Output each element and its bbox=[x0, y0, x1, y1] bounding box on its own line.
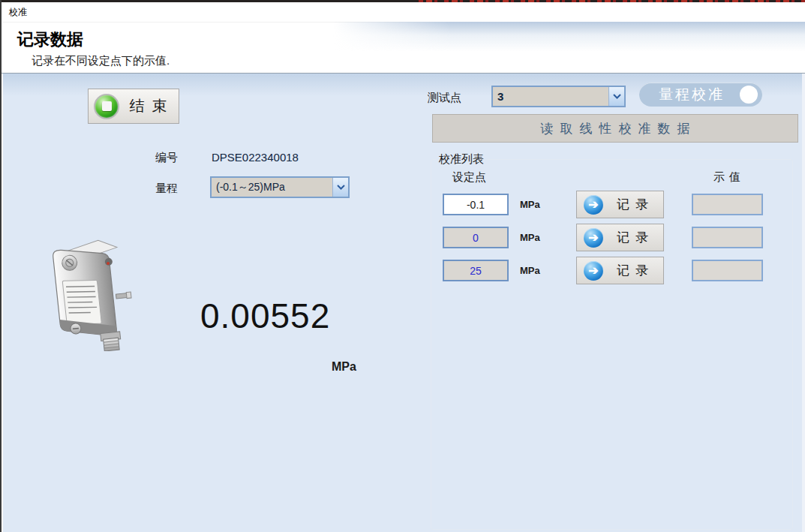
range-select-value: (-0.1～25)MPa bbox=[212, 181, 332, 194]
live-reading-unit: MPa bbox=[332, 360, 356, 374]
range-calibration-toggle[interactable]: 量程校准 bbox=[639, 83, 762, 107]
indication-field[interactable] bbox=[692, 260, 763, 281]
calibration-list-group: 校准列表 设定点 示值 -0.1 MPa ➔ 记录 0 MPa ➔ 记录 bbox=[431, 159, 793, 530]
stop-icon bbox=[94, 94, 119, 119]
range-label: 量程 bbox=[155, 182, 178, 196]
end-button-label: 结束 bbox=[119, 96, 179, 116]
setpoint-unit-label: MPa bbox=[520, 232, 540, 243]
main-panel: 结束 编号 DPSE022340018 量程 (-0.1～25)MPa bbox=[3, 74, 805, 532]
read-linear-calibration-button[interactable]: 读取线性校准数据 bbox=[432, 114, 798, 143]
indication-field[interactable] bbox=[692, 227, 763, 248]
record-button-label: 记录 bbox=[603, 262, 663, 279]
record-button[interactable]: ➔ 记录 bbox=[576, 257, 664, 284]
window-title: 校准 bbox=[9, 6, 27, 19]
end-button[interactable]: 结束 bbox=[88, 89, 179, 124]
record-button-label: 记录 bbox=[603, 229, 663, 246]
setpoint-unit-label: MPa bbox=[520, 199, 540, 210]
live-reading-value: 0.00552 bbox=[200, 296, 330, 336]
setpoint-column-header: 设定点 bbox=[452, 170, 486, 185]
calibration-row: 25 MPa ➔ 记录 bbox=[431, 257, 792, 285]
setpoint-input[interactable]: -0.1 bbox=[443, 194, 509, 215]
indication-field[interactable] bbox=[692, 194, 763, 215]
page-header: 记录数据 记录在不同设定点下的示值. bbox=[3, 23, 805, 73]
range-calibration-toggle-label: 量程校准 bbox=[639, 85, 740, 104]
arrow-right-icon: ➔ bbox=[584, 261, 603, 281]
calibration-row: -0.1 MPa ➔ 记录 bbox=[431, 191, 792, 219]
indication-column-header: 示值 bbox=[695, 170, 763, 185]
read-linear-calibration-label: 读取线性校准数据 bbox=[534, 120, 697, 137]
range-select[interactable]: (-0.1～25)MPa bbox=[210, 176, 350, 198]
test-point-label: 测试点 bbox=[428, 91, 461, 105]
header-gradient-decoration bbox=[333, 22, 805, 52]
pressure-transmitter-photo bbox=[39, 233, 144, 351]
page-title: 记录数据 bbox=[17, 29, 83, 51]
toggle-knob[interactable] bbox=[740, 86, 758, 104]
serial-value: DPSE022340018 bbox=[212, 151, 299, 164]
arrow-right-icon: ➔ bbox=[584, 228, 603, 248]
title-bar: 校准 bbox=[3, 2, 805, 23]
serial-label: 编号 bbox=[155, 151, 178, 165]
calibration-list-title: 校准列表 bbox=[436, 152, 487, 167]
calibration-window: 校准 记录数据 记录在不同设定点下的示值. 结束 编号 DPSE02234001… bbox=[0, 0, 805, 532]
test-point-select-value: 3 bbox=[493, 90, 608, 103]
record-button[interactable]: ➔ 记录 bbox=[576, 224, 664, 251]
setpoint-input[interactable]: 0 bbox=[443, 227, 509, 248]
page-subtitle: 记录在不同设定点下的示值. bbox=[32, 54, 170, 68]
record-button-label: 记录 bbox=[603, 196, 663, 213]
record-button[interactable]: ➔ 记录 bbox=[576, 191, 664, 218]
chevron-down-icon[interactable] bbox=[332, 178, 348, 197]
test-point-select[interactable]: 3 bbox=[491, 86, 626, 107]
calibration-row: 0 MPa ➔ 记录 bbox=[431, 224, 792, 252]
stop-square-glyph bbox=[102, 101, 112, 111]
arrow-right-icon: ➔ bbox=[584, 195, 603, 215]
chevron-down-icon[interactable] bbox=[608, 87, 624, 106]
setpoint-input[interactable]: 25 bbox=[443, 260, 509, 281]
setpoint-unit-label: MPa bbox=[520, 265, 540, 276]
